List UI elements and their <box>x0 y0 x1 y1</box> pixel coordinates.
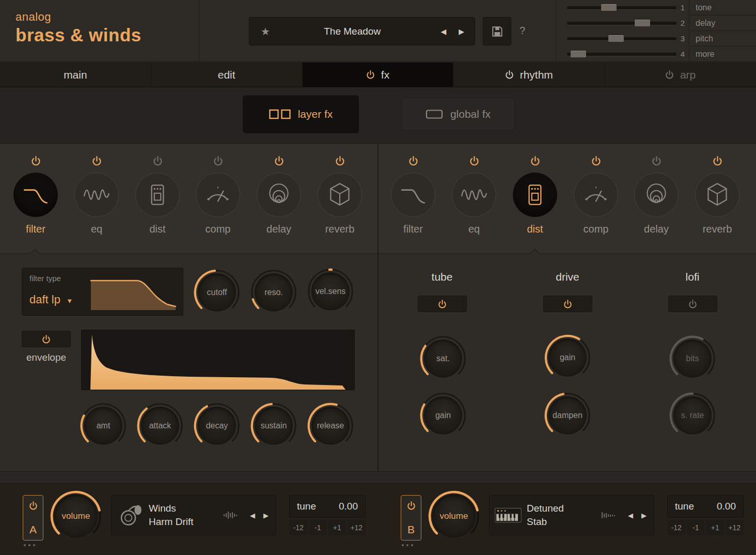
layer-b-tune-box[interactable]: tune 0.00 <box>667 495 744 518</box>
reverb-icon[interactable] <box>318 173 362 217</box>
tune-plus-12-button[interactable]: +12 <box>348 520 366 535</box>
macro-slider-handle[interactable] <box>571 51 586 57</box>
source-prev-button[interactable]: ◀ <box>624 508 637 522</box>
tab-main[interactable]: main <box>0 63 151 87</box>
resonance-knob[interactable]: reso. <box>251 270 296 315</box>
eq-icon[interactable] <box>452 173 496 217</box>
envelope-display[interactable] <box>81 330 355 390</box>
save-preset-button[interactable] <box>483 17 511 45</box>
power-icon[interactable] <box>469 156 479 166</box>
tune-plus-12-button[interactable]: +12 <box>726 520 744 535</box>
lofi-srate-knob[interactable]: s. rate <box>670 393 715 438</box>
sustain-knob[interactable]: sustain <box>251 404 296 448</box>
layer-a-volume-knob[interactable]: volume <box>51 491 101 541</box>
layer-a-source-box[interactable]: Winds Harm Drift ◀ ▶ <box>111 495 276 535</box>
fx-slot-comp-b[interactable]: comp <box>574 156 618 235</box>
preset-browser-bar[interactable]: ★ The Meadow ◀ ▶ <box>249 17 475 45</box>
fx-slot-eq-b[interactable]: eq <box>452 156 496 235</box>
eq-icon[interactable] <box>74 173 119 217</box>
layer-b-options-dots[interactable] <box>402 544 413 546</box>
tune-minus-12-button[interactable]: -12 <box>667 520 686 535</box>
power-icon[interactable] <box>31 156 41 166</box>
tune-minus-1-button[interactable]: -1 <box>687 520 705 535</box>
tab-fx[interactable]: fx <box>303 63 454 87</box>
dist-icon[interactable] <box>135 173 180 217</box>
fx-slot-delay-b[interactable]: delay <box>634 156 679 235</box>
preset-prev-button[interactable]: ◀ <box>434 23 452 40</box>
macro-slider-handle[interactable] <box>601 4 617 11</box>
attack-knob[interactable]: attack <box>138 404 182 448</box>
fx-slot-dist-b[interactable]: dist <box>513 156 557 235</box>
tab-arp[interactable]: arp <box>605 63 756 87</box>
fx-slot-filter-b[interactable]: filter <box>391 156 435 235</box>
decay-knob[interactable]: decay <box>195 404 239 448</box>
power-icon[interactable] <box>274 156 284 166</box>
comp-icon[interactable] <box>196 173 240 217</box>
fx-slot-reverb-b[interactable]: reverb <box>695 156 739 235</box>
power-icon[interactable] <box>652 156 662 166</box>
tune-plus-1-button[interactable]: +1 <box>706 520 724 535</box>
source-next-button[interactable]: ▶ <box>637 508 654 522</box>
macro-slider-track[interactable] <box>567 53 676 56</box>
fx-slot-reverb-a[interactable]: reverb <box>318 156 362 235</box>
macro-slider-track[interactable] <box>567 22 676 25</box>
layer-a-options-dots[interactable] <box>24 544 35 546</box>
tune-value[interactable]: 0.00 <box>717 501 736 512</box>
power-icon[interactable] <box>713 156 722 166</box>
drive-dampen-knob[interactable]: dampen <box>545 393 590 438</box>
power-icon[interactable] <box>366 70 375 79</box>
tune-minus-12-button[interactable]: -12 <box>289 520 308 535</box>
power-icon[interactable] <box>530 156 540 166</box>
envelope-power-button[interactable] <box>22 331 71 347</box>
fx-slot-filter-a[interactable]: filter <box>13 156 58 235</box>
preset-next-button[interactable]: ▶ <box>452 23 475 40</box>
preset-name[interactable]: The Meadow <box>270 26 435 37</box>
fx-slot-delay-a[interactable]: delay <box>257 156 301 235</box>
source-next-button[interactable]: ▶ <box>259 508 276 522</box>
tune-plus-1-button[interactable]: +1 <box>328 520 346 535</box>
layer-a-power-button[interactable]: A <box>23 495 43 541</box>
layer-b-power-button[interactable]: B <box>401 495 421 541</box>
favorite-star-icon[interactable]: ★ <box>261 25 270 38</box>
power-icon[interactable] <box>335 156 345 166</box>
tune-minus-1-button[interactable]: -1 <box>309 520 327 535</box>
reverb-icon[interactable] <box>695 173 739 217</box>
tube-power-button[interactable] <box>418 296 467 312</box>
macro-slider-track[interactable] <box>567 6 676 9</box>
env-amount-knob[interactable]: amt <box>81 404 125 448</box>
fx-slot-eq-a[interactable]: eq <box>74 156 119 235</box>
tube-sat-knob[interactable]: sat. <box>421 336 465 381</box>
tab-edit[interactable]: edit <box>151 63 303 87</box>
power-icon[interactable] <box>153 156 163 166</box>
power-icon[interactable] <box>505 70 514 79</box>
layer-b-source-box[interactable]: Detuned Stab ◀ ▶ <box>489 495 654 535</box>
layer-b-volume-knob[interactable]: volume <box>429 491 479 541</box>
power-icon[interactable] <box>213 156 223 166</box>
help-button[interactable]: ? <box>519 25 525 37</box>
velocity-sens-knob[interactable]: vel.sens <box>308 269 353 314</box>
fx-slot-dist-a[interactable]: dist <box>135 156 180 235</box>
comp-icon[interactable] <box>574 173 618 217</box>
macro-slider-handle[interactable] <box>608 35 624 42</box>
global-fx-button[interactable]: global fx <box>401 98 515 131</box>
delay-icon[interactable] <box>257 173 301 217</box>
power-icon[interactable] <box>591 156 601 166</box>
power-icon[interactable] <box>92 156 102 166</box>
tab-rhythm[interactable]: rhythm <box>453 63 605 87</box>
tune-value[interactable]: 0.00 <box>339 501 358 512</box>
filter-icon[interactable] <box>391 173 435 217</box>
macro-slider-track[interactable] <box>567 37 676 40</box>
source-prev-button[interactable]: ◀ <box>246 508 259 522</box>
layer-fx-button[interactable]: layer fx <box>243 95 359 133</box>
delay-icon[interactable] <box>634 173 679 217</box>
dist-icon[interactable] <box>513 173 557 217</box>
filter-type-dropdown[interactable]: daft lp ▾ <box>29 293 72 306</box>
power-icon[interactable] <box>665 70 674 79</box>
drive-power-button[interactable] <box>543 296 592 312</box>
cutoff-knob[interactable]: cutoff <box>195 270 239 315</box>
lofi-power-button[interactable] <box>668 296 717 312</box>
release-knob[interactable]: release <box>308 404 353 448</box>
tube-gain-knob[interactable]: gain <box>421 393 465 438</box>
fx-slot-comp-a[interactable]: comp <box>196 156 240 235</box>
lofi-bits-knob[interactable]: bits <box>670 336 715 381</box>
